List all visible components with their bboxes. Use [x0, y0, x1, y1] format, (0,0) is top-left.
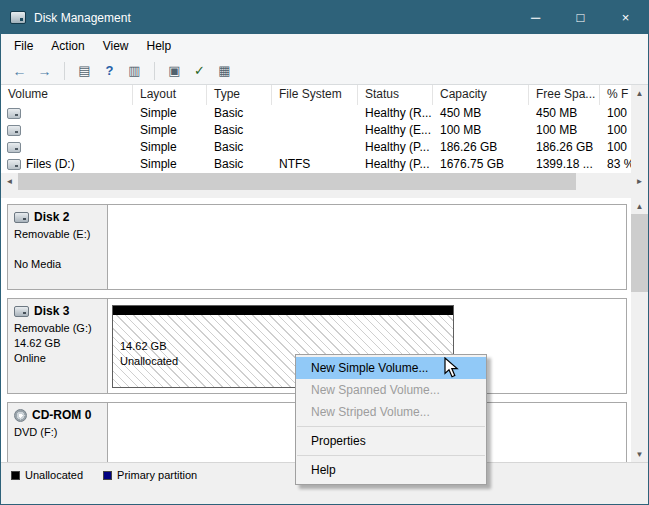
table-row[interactable]: Simple Basic Healthy (E... 100 MB 100 MB… — [1, 122, 631, 139]
window-title: Disk Management — [34, 11, 131, 25]
column-header-percent-free[interactable]: % F — [600, 85, 631, 105]
cdrom0-header[interactable]: CD-ROM 0 DVD (F:) — [8, 403, 108, 462]
cell-free-space: 450 MB — [529, 105, 600, 122]
cell-status: Healthy (P... — [358, 156, 433, 173]
cell-type: Basic — [207, 156, 272, 173]
horizontal-scrollbar[interactable]: ◄ ► — [1, 173, 648, 190]
graph-vertical-scrollbar[interactable]: ▲ ▼ — [631, 198, 648, 462]
disk-status: No Media — [14, 257, 105, 272]
menu-separator — [297, 455, 485, 456]
toolbar-separator — [64, 62, 65, 80]
list-vertical-scrollbar[interactable]: ▲ — [631, 85, 648, 173]
disk-name: CD-ROM 0 — [32, 408, 91, 422]
horizontal-scroll-thumb[interactable] — [18, 173, 576, 190]
menu-item-properties[interactable]: Properties — [296, 430, 486, 452]
cell-type: Basic — [207, 139, 272, 156]
disk-row-disk2: Disk 2 Removable (E:) No Media — [7, 204, 627, 290]
vertical-scroll-thumb[interactable] — [631, 214, 648, 292]
close-button[interactable]: × — [603, 1, 648, 34]
cell-type: Basic — [207, 122, 272, 139]
back-icon[interactable]: ← — [7, 60, 32, 82]
disk-size — [14, 242, 105, 257]
volume-name: Files (D:) — [26, 156, 75, 173]
cd-rom-icon — [14, 409, 27, 422]
cell-free-space: 1399.18 ... — [529, 156, 600, 173]
column-header-layout[interactable]: Layout — [133, 85, 207, 105]
cell-status: Healthy (E... — [358, 122, 433, 139]
volume-icon — [7, 159, 21, 170]
scroll-right-icon[interactable]: ► — [631, 173, 648, 190]
cell-percent-free: 100 — [600, 139, 631, 156]
unallocated-color-swatch — [11, 471, 20, 480]
maximize-button[interactable]: □ — [558, 1, 603, 34]
check-icon[interactable]: ✓ — [187, 60, 212, 82]
details-view-icon[interactable]: ▦ — [212, 60, 237, 82]
list-header: Volume Layout Type File System Status Ca… — [1, 85, 631, 105]
legend-unallocated: Unallocated — [11, 470, 83, 481]
column-header-status[interactable]: Status — [358, 85, 433, 105]
cell-file-system — [272, 122, 358, 139]
table-row[interactable]: Simple Basic Healthy (P... 186.26 GB 186… — [1, 139, 631, 156]
menu-item-help[interactable]: Help — [296, 459, 486, 481]
disk3-header[interactable]: Disk 3 Removable (G:) 14.62 GB Online — [8, 299, 108, 393]
cell-percent-free: 83 % — [600, 156, 631, 173]
menu-item-new-striped-volume: New Striped Volume... — [296, 401, 486, 423]
forward-icon[interactable]: → — [32, 60, 57, 82]
menu-view[interactable]: View — [94, 34, 138, 57]
menu-file[interactable]: File — [5, 34, 42, 57]
table-row[interactable]: Files (D:) Simple Basic NTFS Healthy (P.… — [1, 156, 631, 173]
pane-divider — [1, 190, 648, 198]
legend-label: Primary partition — [117, 470, 197, 481]
disk2-header[interactable]: Disk 2 Removable (E:) No Media — [8, 205, 108, 289]
disk-size: 14.62 GB — [14, 336, 105, 351]
legend-label: Unallocated — [25, 470, 83, 481]
toolbar-separator — [154, 62, 155, 80]
legend-primary-partition: Primary partition — [103, 470, 197, 481]
column-header-type[interactable]: Type — [207, 85, 272, 105]
disk-name: Disk 3 — [34, 304, 69, 318]
column-header-free-space[interactable]: Free Spa... — [529, 85, 600, 105]
disk-type: Removable (E:) — [14, 227, 105, 242]
disk-icon — [14, 212, 29, 223]
cell-file-system: NTFS — [272, 156, 358, 173]
cell-free-space: 100 MB — [529, 122, 600, 139]
volume-icon — [7, 125, 21, 136]
popup-menu-icon[interactable]: ▣ — [162, 60, 187, 82]
cell-file-system — [272, 139, 358, 156]
disk2-graph-area[interactable] — [108, 205, 626, 289]
scroll-up-icon[interactable]: ▲ — [631, 198, 648, 214]
partition-size: 14.62 GB — [120, 339, 453, 354]
column-header-file-system[interactable]: File System — [272, 85, 358, 105]
column-header-volume[interactable]: Volume — [1, 85, 133, 105]
cell-capacity: 186.26 GB — [433, 139, 529, 156]
cell-layout: Simple — [133, 105, 207, 122]
console-tree-icon[interactable]: ▤ — [72, 60, 97, 82]
cell-capacity: 450 MB — [433, 105, 529, 122]
app-icon — [10, 11, 26, 24]
menu-action[interactable]: Action — [42, 34, 93, 57]
disk-icon — [14, 306, 29, 317]
window-controls: ─ □ × — [513, 1, 648, 34]
disk-status: Online — [14, 351, 105, 366]
table-row[interactable]: Simple Basic Healthy (R... 450 MB 450 MB… — [1, 105, 631, 122]
minimize-button[interactable]: ─ — [513, 1, 558, 34]
title-bar: Disk Management ─ □ × — [1, 1, 648, 34]
column-header-capacity[interactable]: Capacity — [433, 85, 529, 105]
cell-file-system — [272, 105, 358, 122]
scroll-up-icon[interactable]: ▲ — [631, 85, 648, 101]
help-icon[interactable]: ? — [97, 60, 122, 82]
menu-item-new-spanned-volume: New Spanned Volume... — [296, 379, 486, 401]
cell-layout: Simple — [133, 122, 207, 139]
volume-icon — [7, 108, 21, 119]
cell-capacity: 100 MB — [433, 122, 529, 139]
cell-layout: Simple — [133, 156, 207, 173]
scroll-left-icon[interactable]: ◄ — [1, 173, 18, 190]
unallocated-color-band — [113, 306, 453, 315]
horizontal-scroll-track[interactable] — [576, 173, 631, 190]
cell-layout: Simple — [133, 139, 207, 156]
cell-percent-free: 100 — [600, 105, 631, 122]
volume-icon — [7, 142, 21, 153]
menu-help[interactable]: Help — [138, 34, 181, 57]
scroll-down-icon[interactable]: ▼ — [631, 446, 648, 462]
action-pane-icon[interactable]: ▥ — [122, 60, 147, 82]
